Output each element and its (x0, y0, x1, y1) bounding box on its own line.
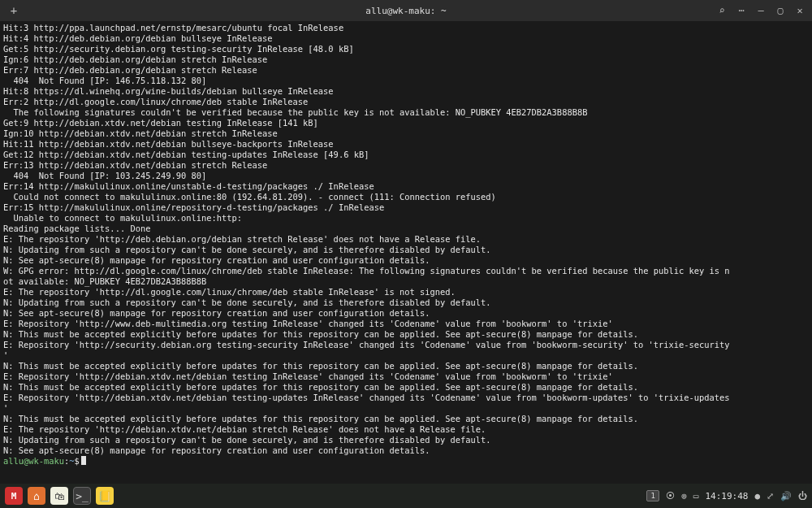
prompt-dollar: $ (75, 456, 80, 467)
notes-app-icon[interactable]: 📒 (96, 487, 114, 505)
clock[interactable]: 14:19:48 (705, 491, 748, 501)
terminal-app-icon[interactable]: >_ (73, 487, 91, 505)
minimize-button[interactable]: — (755, 5, 767, 16)
titlebar: + allu@wk-maku: ~ ⌕ ⋯ — ▢ ✕ (0, 0, 812, 21)
volume-icon[interactable]: 🔊 (780, 491, 792, 501)
expand-icon[interactable]: ⤢ (767, 491, 774, 501)
prompt: allu@wk-maku:~$ (3, 456, 809, 467)
terminal-window: + allu@wk-maku: ~ ⌕ ⋯ — ▢ ✕ Hit:3 http:/… (0, 0, 812, 484)
home-app-icon[interactable]: ⌂ (28, 487, 45, 505)
window-controls: ⌕ ⋯ — ▢ ✕ (716, 5, 806, 16)
workspace-indicator[interactable]: 1 (646, 490, 659, 501)
accessibility-icon[interactable]: ⦿ (666, 491, 675, 501)
new-tab-button[interactable]: + (6, 3, 21, 18)
software-app-icon[interactable]: 🛍 (50, 487, 68, 505)
battery-icon[interactable]: ▭ (693, 491, 699, 501)
taskbar: M ⌂ 🛍 >_ 📒 1 ⦿ ⊚ ▭ 14:19:48 ● ⤢ 🔊 ⏻ (0, 484, 812, 508)
record-icon[interactable]: ● (754, 491, 760, 501)
mega-app-icon[interactable]: M (5, 487, 23, 505)
menu-icon[interactable]: ⋯ (736, 5, 747, 16)
power-icon[interactable]: ⏻ (798, 491, 807, 501)
cursor (81, 456, 86, 465)
system-tray: 1 ⦿ ⊚ ▭ 14:19:48 ● ⤢ 🔊 ⏻ (646, 490, 807, 501)
terminal-body[interactable]: Hit:3 http://ppa.launchpad.net/ernstp/me… (0, 21, 812, 484)
close-button[interactable]: ✕ (794, 5, 806, 16)
maximize-button[interactable]: ▢ (775, 5, 786, 16)
network-icon[interactable]: ⊚ (681, 491, 687, 501)
prompt-user: allu@wk-maku (3, 456, 64, 467)
window-title: allu@wk-maku: ~ (365, 6, 446, 16)
search-icon[interactable]: ⌕ (716, 5, 728, 16)
